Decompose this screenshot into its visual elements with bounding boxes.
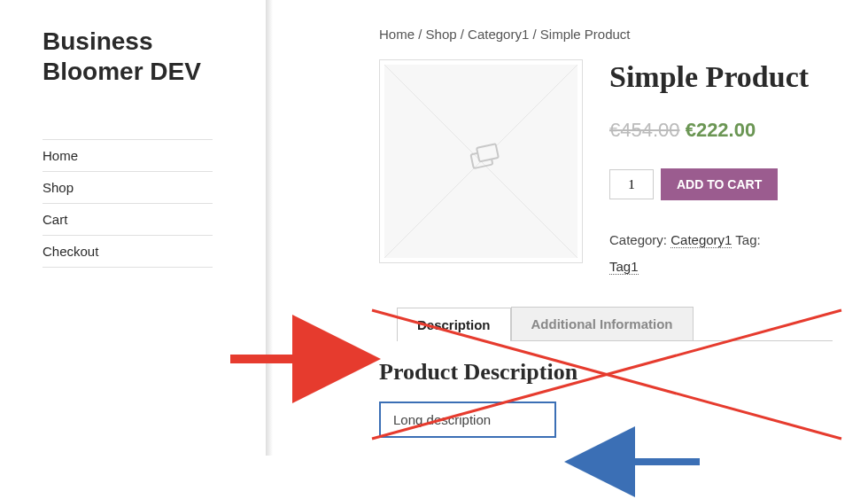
- breadcrumb-home[interactable]: Home: [379, 27, 415, 42]
- nav-item-shop[interactable]: Shop: [43, 172, 213, 204]
- nav-item-checkout[interactable]: Checkout: [43, 236, 213, 268]
- tab-description[interactable]: Description: [397, 308, 511, 341]
- product-image-placeholder: [384, 65, 577, 258]
- tab-additional-info[interactable]: Additional Information: [511, 307, 694, 340]
- quantity-input[interactable]: [609, 169, 654, 199]
- tab-content: Product Description Long description: [379, 341, 833, 456]
- gap: [273, 0, 317, 456]
- product-summary: Simple Product €454.00 €222.00 ADD TO CA…: [609, 59, 833, 280]
- category-label: Category:: [609, 232, 670, 247]
- site-title: Business Bloomer DEV: [43, 27, 213, 86]
- product-image-column: Sale!: [379, 59, 583, 280]
- breadcrumb-current: Simple Product: [540, 27, 631, 42]
- sidebar: Business Bloomer DEV Home Shop Cart Chec…: [0, 0, 266, 456]
- long-description-box: Long description: [379, 402, 556, 438]
- old-price: €454.00: [609, 119, 680, 141]
- tabs: Description Additional Information: [397, 307, 833, 341]
- add-to-cart-row: ADD TO CART: [609, 168, 833, 200]
- breadcrumb: Home / Shop / Category1 / Simple Product: [379, 27, 833, 42]
- tag-label: Tag:: [732, 232, 760, 247]
- new-price: €222.00: [686, 119, 756, 141]
- product-meta: Category: Category1 Tag: Tag1: [609, 227, 833, 280]
- price: €454.00 €222.00: [609, 119, 833, 142]
- breadcrumb-shop[interactable]: Shop: [426, 27, 457, 42]
- svg-rect-3: [477, 144, 499, 161]
- nav-item-cart[interactable]: Cart: [43, 204, 213, 236]
- breadcrumb-category[interactable]: Category1: [468, 27, 529, 42]
- product-title: Simple Product: [609, 59, 833, 94]
- add-to-cart-button[interactable]: ADD TO CART: [661, 168, 778, 200]
- tabs-section: Description Additional Information Produ…: [379, 307, 833, 456]
- product-image-frame[interactable]: [379, 59, 583, 263]
- main-content: Home / Shop / Category1 / Simple Product…: [317, 0, 868, 456]
- nav-item-home[interactable]: Home: [43, 139, 213, 172]
- section-heading: Product Description: [379, 359, 833, 386]
- category-link[interactable]: Category1: [670, 232, 732, 248]
- divider: [266, 0, 273, 456]
- tag-link[interactable]: Tag1: [609, 259, 639, 275]
- nav-list: Home Shop Cart Checkout: [43, 139, 213, 268]
